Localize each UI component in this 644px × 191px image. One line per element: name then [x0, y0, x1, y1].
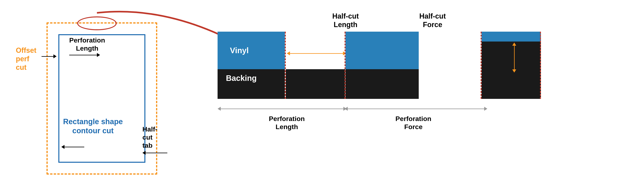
perforation-length-arrow — [69, 53, 100, 57]
hc-force-label: Half-cutForce — [419, 12, 446, 29]
rect-contour-arrow — [61, 145, 84, 149]
pf-arrow-line — [348, 108, 484, 109]
backing-label: Backing — [220, 71, 263, 85]
offset-perf-label: Offset perf cut — [16, 46, 42, 72]
half-cut-tab-arrow — [142, 151, 167, 155]
perforation-length-label: PerforationLength — [69, 36, 105, 52]
hcl-arrowhead-left — [287, 52, 290, 55]
pl-arrow-line — [221, 108, 343, 109]
right-section: Half-cutLength Half-cutForce Vinyl Backi… — [218, 12, 623, 182]
offset-perf-arrow — [42, 54, 56, 58]
rect-shape-label: Rectangle shapecontour cut — [61, 117, 124, 135]
perf-length-arrow-line — [69, 55, 97, 55]
hcf-arrowhead-down — [512, 70, 516, 72]
perf-length-arrow-bottom — [218, 107, 346, 111]
hct-arrow-line — [146, 153, 167, 153]
hc-force-arrow — [512, 42, 516, 72]
pl-arrowhead-left — [218, 107, 221, 111]
vinyl-label: Vinyl — [220, 44, 259, 57]
perf-force-arrow-bottom — [344, 107, 487, 111]
hcl-arrow-line — [290, 53, 343, 54]
main-container: Offset perf cut PerforationLength Rectan… — [0, 0, 644, 191]
rect-contour-line — [64, 147, 84, 147]
rect-contour-arrowhead — [61, 145, 64, 149]
backing-block-3 — [346, 69, 419, 99]
hcf-arrowhead-up — [512, 42, 516, 46]
half-cut-tab-container: Half-cuttab — [142, 125, 167, 155]
hc-length-label: Half-cutLength — [332, 12, 359, 29]
perf-force-bottom-label: PerforationForce — [356, 115, 471, 131]
hct-arrow-head — [142, 151, 146, 155]
backing-block-4 — [482, 32, 541, 99]
hc-length-arrow — [287, 52, 346, 55]
backing-block-2 — [286, 69, 345, 99]
top-oval-indicator — [77, 16, 117, 30]
red-dashed-line-4 — [540, 32, 541, 99]
half-cut-tab-label: Half-cuttab — [142, 125, 167, 149]
left-section: Offset perf cut PerforationLength Rectan… — [16, 10, 166, 180]
offset-arrow-head — [54, 54, 56, 58]
perf-length-arrow-head — [97, 53, 100, 57]
offset-arrow-line — [42, 56, 54, 57]
vinyl-block-3 — [346, 32, 419, 69]
hcf-arrow-line — [514, 46, 515, 70]
vinyl-block-4-top — [482, 32, 541, 42]
pf-arrowhead-left — [344, 107, 348, 111]
perf-length-bottom-label: PerforationLength — [230, 115, 344, 131]
pf-arrowhead-right — [484, 107, 487, 111]
cross-section-diagram: Vinyl Backing — [218, 32, 603, 111]
